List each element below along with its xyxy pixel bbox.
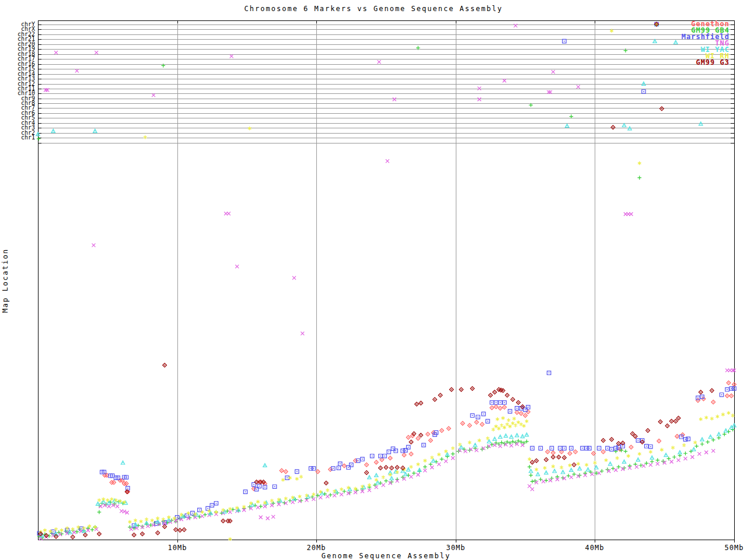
data-point-marker: [721, 412, 725, 416]
data-point-marker: [221, 519, 225, 523]
data-point-marker: [375, 485, 378, 489]
data-point-marker: [601, 450, 605, 454]
data-point-marker: [384, 466, 388, 470]
data-point-marker: [722, 432, 727, 436]
data-point-marker: [299, 475, 303, 478]
data-point-marker: [301, 332, 304, 335]
data-point-marker: [633, 434, 637, 438]
data-point-marker: [622, 124, 626, 127]
data-point-marker: [637, 176, 641, 180]
data-point-marker: [515, 411, 519, 415]
data-point-marker: [474, 420, 479, 424]
data-point-marker: [600, 469, 604, 473]
data-point-marker: [284, 470, 288, 474]
data-point-marker: [295, 477, 299, 481]
data-point-marker: [515, 433, 519, 437]
data-point-marker: [416, 473, 420, 477]
data-point-marker: [673, 419, 678, 424]
data-point-marker: [383, 454, 386, 458]
data-point-marker: [526, 405, 530, 409]
data-point-marker: [577, 462, 580, 466]
data-point-marker: [535, 459, 539, 463]
data-point-marker: [476, 415, 480, 419]
data-point-marker: [678, 450, 682, 454]
data-point-marker: [502, 405, 507, 410]
data-point-marker: [553, 469, 556, 473]
data-point-marker: [387, 450, 390, 453]
chromosome-marker-scatter-plot: Chromosome 6 Markers vs Genome Sequence …: [0, 0, 747, 560]
data-point-marker: [393, 97, 396, 101]
data-point-marker: [528, 465, 532, 469]
data-point-marker: [75, 69, 79, 72]
data-point-marker: [694, 444, 699, 449]
data-point-marker: [481, 412, 485, 415]
data-point-marker: [704, 450, 708, 454]
data-point-marker: [522, 424, 526, 428]
data-point-marker: [628, 127, 631, 130]
data-point-marker: [585, 463, 588, 467]
data-point-marker: [263, 464, 267, 467]
data-point-marker: [227, 212, 231, 215]
data-point-marker: [382, 484, 385, 487]
data-point-marker: [508, 410, 512, 413]
data-point-marker: [423, 465, 427, 469]
data-point-marker: [361, 457, 364, 461]
data-point-marker: [498, 444, 502, 448]
data-point-marker: [266, 517, 270, 520]
data-point-marker: [649, 444, 652, 448]
data-point-marker: [409, 475, 413, 478]
data-point-marker: [347, 466, 350, 469]
data-point-marker: [529, 473, 533, 477]
data-point-marker: [426, 432, 430, 436]
data-point-marker: [516, 401, 521, 405]
data-point-marker: [333, 494, 336, 497]
data-point-marker: [460, 421, 465, 425]
data-point-marker: [145, 517, 148, 521]
data-point-marker: [134, 519, 137, 522]
data-point-marker: [690, 455, 694, 459]
data-point-marker: [675, 434, 679, 438]
data-point-marker: [72, 531, 76, 534]
data-point-marker: [132, 533, 136, 537]
data-point-marker: [438, 393, 442, 397]
data-point-marker: [163, 524, 167, 528]
data-point-marker: [557, 455, 561, 459]
data-point-marker: [720, 393, 723, 396]
data-point-marker: [406, 468, 410, 471]
data-point-marker: [519, 411, 523, 415]
data-point-marker: [464, 450, 467, 453]
data-point-marker: [280, 468, 284, 473]
data-point-marker: [409, 452, 413, 456]
data-point-marker: [433, 397, 437, 401]
data-point-marker: [574, 450, 578, 454]
data-point-marker: [509, 444, 513, 447]
data-point-marker: [636, 439, 640, 442]
x-tick-label: 40Mb: [574, 544, 615, 552]
data-point-marker: [491, 428, 495, 431]
data-point-marker: [292, 276, 296, 279]
data-point-marker: [451, 456, 455, 460]
data-point-marker: [490, 401, 494, 404]
data-point-marker: [676, 416, 680, 420]
data-point-marker: [551, 70, 555, 74]
data-point-marker: [470, 414, 474, 417]
data-point-marker: [338, 462, 342, 466]
data-point-marker: [605, 459, 608, 462]
data-point-marker: [71, 535, 75, 539]
data-point-marker: [285, 476, 289, 480]
data-point-marker: [477, 97, 481, 101]
data-point-marker: [97, 498, 101, 502]
data-point-marker: [475, 449, 479, 452]
data-point-marker: [134, 523, 137, 526]
data-point-marker: [254, 480, 259, 484]
data-point-marker: [451, 446, 455, 450]
data-point-marker: [416, 436, 420, 440]
data-point-marker: [337, 466, 340, 470]
data-point-marker: [588, 446, 591, 450]
data-point-marker: [638, 452, 641, 456]
data-point-marker: [671, 446, 675, 449]
data-point-marker: [565, 124, 568, 127]
data-point-marker: [577, 85, 580, 89]
data-point-marker: [141, 524, 145, 528]
data-point-marker: [107, 505, 111, 508]
